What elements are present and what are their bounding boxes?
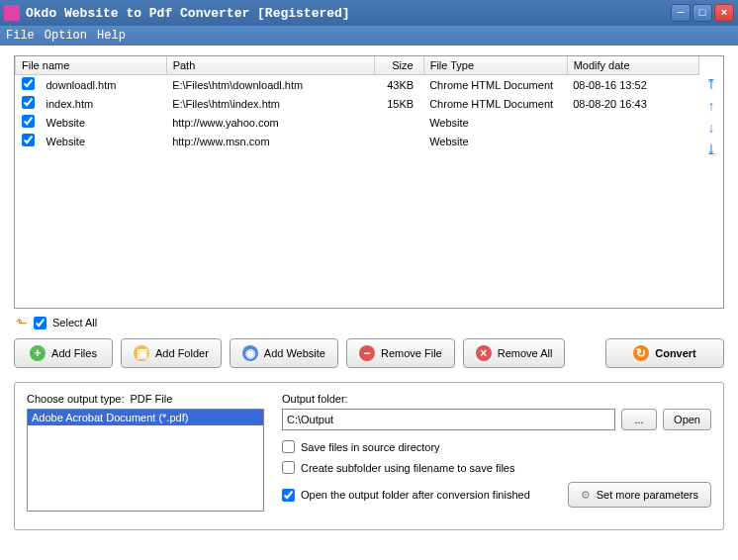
create-subfolder-label: Create subfolder using filename to save … — [301, 462, 514, 474]
cell-size: 15KB — [374, 94, 423, 113]
menubar: File Option Help — [0, 26, 738, 46]
minimize-button[interactable]: ─ — [671, 4, 691, 22]
close-button[interactable]: × — [714, 4, 734, 22]
create-subfolder-checkbox[interactable] — [282, 461, 295, 474]
add-files-button[interactable]: +Add Files — [14, 338, 113, 368]
cell-modify — [567, 132, 698, 150]
window-title: Okdo Website to Pdf Converter [Registere… — [26, 6, 671, 21]
remove-all-button[interactable]: ×Remove All — [463, 338, 566, 368]
row-checkbox[interactable] — [22, 134, 35, 146]
col-size[interactable]: Size — [374, 56, 423, 75]
menu-help[interactable]: Help — [97, 29, 126, 43]
cell-size — [374, 113, 423, 132]
move-down-icon[interactable]: ↓ — [703, 120, 719, 136]
cell-size: 43KB — [374, 75, 423, 95]
table-row[interactable]: Website http://www.yahoo.com Website — [16, 113, 699, 132]
cell-modify: 08-08-16 13:52 — [567, 75, 698, 95]
globe-icon: ◉ — [242, 345, 258, 361]
convert-button[interactable]: ↻Convert — [605, 338, 724, 368]
output-folder-input[interactable] — [282, 409, 615, 430]
row-checkbox[interactable] — [22, 77, 35, 90]
table-row[interactable]: index.htm E:\Files\htm\index.htm 15KB Ch… — [16, 94, 699, 113]
cell-modify — [567, 113, 698, 132]
convert-icon: ↻ — [633, 345, 649, 361]
col-path[interactable]: Path — [166, 56, 374, 75]
file-list-panel: File name Path Size File Type Modify dat… — [14, 55, 724, 309]
add-folder-button[interactable]: ▣Add Folder — [121, 338, 222, 368]
cell-type: Chrome HTML Document — [423, 94, 567, 113]
move-top-icon[interactable]: ⤒ — [703, 76, 719, 92]
file-table: File name Path Size File Type Modify dat… — [15, 56, 699, 319]
col-filename[interactable]: File name — [16, 56, 167, 75]
open-after-checkbox[interactable] — [282, 489, 295, 502]
cell-filename: Website — [41, 132, 167, 150]
add-website-button[interactable]: ◉Add Website — [230, 338, 338, 368]
cell-path: http://www.msn.com — [166, 132, 374, 150]
cell-path: http://www.yahoo.com — [166, 113, 374, 132]
maximize-button[interactable]: □ — [692, 4, 712, 22]
folder-icon: ▣ — [134, 345, 149, 361]
app-icon — [4, 5, 20, 21]
cell-path: E:\Files\htm\downloadl.htm — [166, 75, 374, 95]
browse-button[interactable]: ... — [621, 409, 657, 430]
plus-icon: + — [30, 345, 46, 361]
output-folder-label: Output folder: — [282, 393, 711, 405]
menu-option[interactable]: Option — [45, 29, 87, 43]
cell-path: E:\Files\htm\index.htm — [166, 94, 374, 113]
gear-icon: ⚙ — [581, 489, 591, 502]
row-checkbox[interactable] — [22, 115, 35, 128]
cell-type: Website — [423, 113, 567, 132]
open-button[interactable]: Open — [663, 409, 711, 430]
set-parameters-button[interactable]: ⚙Set more parameters — [568, 482, 711, 508]
cell-modify: 08-08-20 16:43 — [567, 94, 698, 113]
cell-filename: index.htm — [41, 94, 167, 113]
titlebar: Okdo Website to Pdf Converter [Registere… — [0, 0, 738, 26]
output-type-item[interactable]: Adobe Acrobat Document (*.pdf) — [28, 410, 263, 425]
save-source-label: Save files in source directory — [301, 441, 440, 453]
save-source-checkbox[interactable] — [282, 440, 295, 453]
cell-filename: downloadl.htm — [41, 75, 167, 95]
output-type-list[interactable]: Adobe Acrobat Document (*.pdf) — [27, 409, 264, 512]
cell-type: Chrome HTML Document — [423, 75, 567, 95]
output-panel: Choose output type: PDF File Adobe Acrob… — [14, 382, 724, 530]
cell-type: Website — [423, 132, 567, 150]
x-icon: × — [476, 345, 492, 361]
remove-file-button[interactable]: −Remove File — [346, 338, 455, 368]
cell-size — [374, 132, 423, 150]
menu-file[interactable]: File — [6, 29, 35, 43]
col-modify[interactable]: Modify date — [567, 56, 698, 75]
output-type-value: PDF File — [130, 393, 172, 405]
table-row[interactable]: Website http://www.msn.com Website — [16, 132, 699, 150]
open-after-label: Open the output folder after conversion … — [301, 489, 530, 501]
minus-icon: − — [359, 345, 375, 361]
col-filetype[interactable]: File Type — [423, 56, 567, 75]
choose-output-label: Choose output type: — [27, 393, 124, 405]
move-bottom-icon[interactable]: ⤓ — [703, 141, 719, 157]
cell-filename: Website — [41, 113, 167, 132]
table-row[interactable]: downloadl.htm E:\Files\htm\downloadl.htm… — [16, 75, 699, 95]
move-up-icon[interactable]: ↑ — [703, 98, 719, 114]
row-checkbox[interactable] — [22, 96, 35, 109]
